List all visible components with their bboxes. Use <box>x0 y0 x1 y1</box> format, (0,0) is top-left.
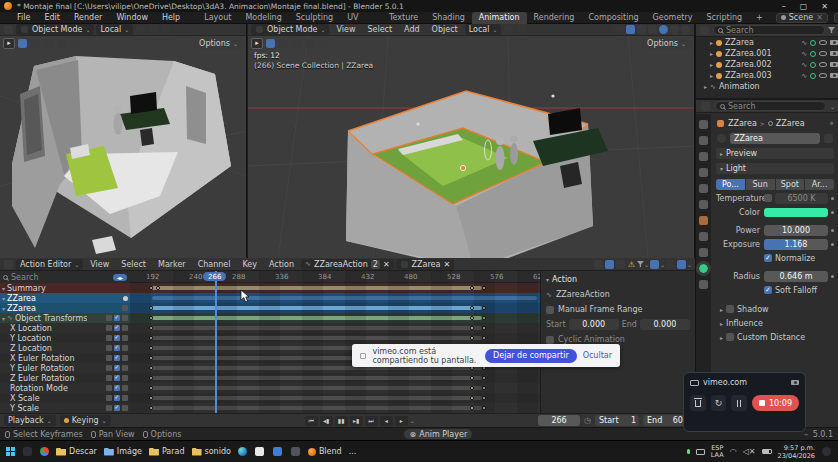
keyframe-dot-icon[interactable] <box>831 275 834 278</box>
expand-icon[interactable]: ▸ <box>704 83 707 90</box>
timeline-ruler[interactable]: 192 240 288 336 384 432 480 528 576 624 <box>130 271 540 283</box>
show-errors-icon[interactable]: ⚠ <box>628 260 635 269</box>
show-hidden-icon[interactable] <box>616 260 625 269</box>
editor-type-icon[interactable] <box>4 25 13 34</box>
menu-marker[interactable]: Marker <box>153 260 191 269</box>
menu-help[interactable]: Help <box>155 13 187 22</box>
edge-icon[interactable] <box>238 447 247 456</box>
menu-object[interactable]: Object <box>427 25 463 34</box>
enable-checkbox[interactable] <box>114 335 120 341</box>
channel-scrollbar[interactable]: ◂▸ <box>113 274 127 281</box>
properties-search[interactable]: Search <box>715 101 826 111</box>
browser-icon[interactable] <box>40 447 49 456</box>
touch-keyboard-icon[interactable] <box>696 449 705 455</box>
battery-icon[interactable] <box>762 449 772 454</box>
playback-dropdown[interactable]: Playback⌄ <box>4 415 56 426</box>
wifi-icon[interactable]: ◠ <box>730 447 737 456</box>
viewlayer-selector[interactable]: ViewLayer <box>834 13 838 23</box>
render-visibility-icon[interactable] <box>830 40 838 45</box>
mode-dropdown[interactable]: Object Mode⌄ <box>16 24 94 35</box>
taskbar-folder-sonido[interactable]: sonido <box>192 447 231 456</box>
restart-recording-button[interactable]: ↻ <box>711 395 727 411</box>
clock-icon[interactable]: ◷ <box>584 416 591 425</box>
channel-z-euler[interactable]: Z Euler Rotation <box>0 373 130 383</box>
action-selector[interactable]: ∿ ZZareaAction 2 ✕ <box>301 259 394 270</box>
render-visibility-icon[interactable] <box>830 51 838 56</box>
lock-icon[interactable] <box>122 355 128 361</box>
temperature-field[interactable]: 6500 K <box>775 193 828 204</box>
light-type-point[interactable]: Po... <box>716 179 746 190</box>
outliner-search[interactable]: Search <box>713 25 825 35</box>
modifier-icon[interactable] <box>106 335 112 341</box>
custom-distance-panel[interactable]: ▸ ✓ Custom Distance <box>716 331 834 343</box>
minimize-button[interactable]: – <box>782 2 786 11</box>
proportional-edit-icon[interactable] <box>517 25 526 34</box>
shadow-panel[interactable]: ▸ ✓ Shadow <box>716 303 834 315</box>
light-panel-header[interactable]: ▾ Light <box>716 163 834 174</box>
taskbar-folder-imagenes[interactable]: Imáge <box>104 447 142 456</box>
enable-checkbox[interactable] <box>114 375 120 381</box>
keyframes-action[interactable] <box>130 303 540 313</box>
move-tool-icon[interactable] <box>70 39 79 48</box>
hide-eye-icon[interactable] <box>819 62 827 67</box>
tab-light-data-icon[interactable] <box>699 264 708 273</box>
proportional-edit-icon[interactable] <box>162 25 171 34</box>
filter-icon[interactable] <box>828 27 835 33</box>
taskbar-overflow[interactable]: ... <box>349 447 357 456</box>
cyclic-checkbox[interactable]: ✓ <box>546 336 554 344</box>
breadcrumb-object[interactable]: ZZarea <box>728 119 757 128</box>
light-datablock-icon[interactable] <box>717 134 726 143</box>
tab-physics-icon[interactable] <box>699 248 708 257</box>
manual-range-checkbox[interactable]: ✓ <box>546 306 554 314</box>
keyframes-fcurve[interactable] <box>130 403 540 413</box>
keyframe-dot-icon[interactable] <box>831 229 834 232</box>
render-visibility-icon[interactable] <box>830 62 838 67</box>
channel-x-euler[interactable]: X Euler Rotation <box>0 353 130 363</box>
light-type-area[interactable]: Ar... <box>805 179 834 190</box>
hide-eye-icon[interactable] <box>819 40 827 45</box>
modifier-icon[interactable] <box>106 405 112 411</box>
lock-icon[interactable] <box>122 405 128 411</box>
enable-checkbox[interactable] <box>114 345 120 351</box>
lock-icon[interactable] <box>122 315 128 321</box>
channel-y-euler[interactable]: Y Euler Rotation <box>0 363 130 373</box>
tab-geometry-nodes[interactable]: Geometry Nodes <box>646 12 700 24</box>
datablock-name-field[interactable]: ZZarea <box>730 133 820 144</box>
select-box-icon[interactable] <box>266 39 275 48</box>
hide-banner-button[interactable]: Ocultar <box>583 351 612 360</box>
language-indicator[interactable]: ESPLAA <box>711 445 724 459</box>
enable-checkbox[interactable] <box>114 395 120 401</box>
app-icon-blue[interactable] <box>273 447 282 456</box>
move-tool-icon[interactable] <box>318 39 327 48</box>
snap-icon[interactable] <box>650 260 659 269</box>
tab-tool-icon[interactable] <box>699 120 708 129</box>
tab-shading[interactable]: Shading <box>425 12 472 24</box>
keyframes-object[interactable] <box>130 293 540 303</box>
tab-animation[interactable]: Animation <box>472 12 527 24</box>
menu-add[interactable]: Add <box>399 25 425 34</box>
camera-icon[interactable] <box>791 380 799 385</box>
keyframe-dot-icon[interactable] <box>831 243 834 246</box>
exposure-slider[interactable]: 1.168 <box>764 239 828 250</box>
volume-icon[interactable]: ◁✕ <box>743 447 756 456</box>
taskbar-folder-paradi[interactable]: Parad <box>149 447 185 456</box>
keyframes-fcurve[interactable] <box>130 333 540 343</box>
breadcrumb-data[interactable]: ZZarea <box>776 119 805 128</box>
expand-icon[interactable]: ▸ <box>710 72 713 79</box>
tab-modeling[interactable]: Modeling <box>238 12 288 24</box>
menu-view[interactable]: View <box>331 25 360 34</box>
outliner-item-animation[interactable]: ▸ ∿ Animation <box>696 81 838 92</box>
play-button[interactable]: ▸▮ <box>350 416 363 426</box>
enable-checkbox[interactable] <box>114 385 120 391</box>
mode-dropdown[interactable]: Object Mode⌄ <box>251 24 329 35</box>
cancel-icon[interactable]: ⊗ <box>409 430 416 439</box>
normalize-checkbox[interactable]: ✓ <box>764 254 772 262</box>
color-swatch[interactable] <box>764 208 828 217</box>
unlink-action-icon[interactable]: ✕ <box>383 260 390 269</box>
action-name[interactable]: ZZareaAction <box>556 290 610 299</box>
start-button[interactable] <box>6 447 15 456</box>
tab-uv-editing[interactable]: UV Editing <box>340 12 382 24</box>
enable-checkbox[interactable] <box>114 365 120 371</box>
hide-eye-icon[interactable] <box>819 51 827 56</box>
outliner-item-zzarea-003[interactable]: ▸ ZZarea.003 ∿ <box>696 70 838 81</box>
